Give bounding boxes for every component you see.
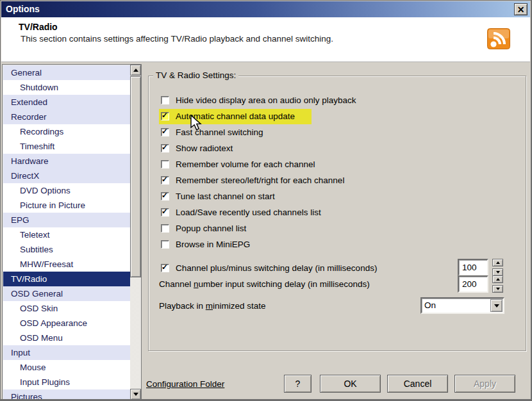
- nav-item[interactable]: MHW/Freesat: [3, 257, 130, 272]
- checkbox-row: Automatic channel data update: [149, 108, 526, 124]
- broadcast-icon: [487, 28, 510, 49]
- nav-item[interactable]: Shutdown: [3, 80, 130, 95]
- checkbox-row: Show radiotext: [149, 140, 526, 156]
- nav-item[interactable]: Recorder: [3, 110, 130, 124]
- checkbox-label: Remember volume for each channel: [176, 160, 315, 169]
- triangle-down-icon: [133, 393, 138, 396]
- configuration-folder-link[interactable]: Configuration Folder: [146, 379, 224, 389]
- window-title: Options: [6, 4, 40, 14]
- nav-item[interactable]: Hardware: [3, 154, 130, 168]
- checkbox-row: Remember stereo/left/right for each chan…: [149, 172, 526, 188]
- nav-item[interactable]: Teletext: [3, 227, 130, 242]
- nav-item[interactable]: Subtitles: [3, 242, 130, 257]
- checkbox-label: Browse in MiniEPG: [176, 240, 250, 249]
- checkbox-label: Load/Save recently used channels list: [176, 208, 321, 217]
- tv-radio-settings-group: TV & Radio Settings: Hide video display …: [148, 76, 526, 351]
- scrollbar-thumb[interactable]: [130, 76, 141, 277]
- scroll-down-button[interactable]: [130, 389, 141, 400]
- playback-minimized-label: Playback in minimized state: [159, 301, 266, 311]
- plus-minus-delay-spinner: [492, 259, 503, 276]
- plus-minus-delay-label: Channel plus/minus switching delay (in m…: [176, 263, 377, 273]
- checkbox-label: Popup channel list: [176, 224, 246, 233]
- nav-item[interactable]: DirectX: [3, 168, 130, 183]
- checkbox-label: Remember stereo/left/right for each chan…: [176, 176, 344, 185]
- nav-item[interactable]: Input Plugins: [3, 375, 130, 389]
- checkbox-label: Tune last channel on start: [176, 192, 275, 201]
- nav-item[interactable]: EPG: [3, 213, 130, 227]
- checkbox-row: Tune last channel on start: [149, 188, 526, 204]
- nav-item-label: Subtitles: [20, 245, 53, 254]
- checkbox-label: Fast channel switching: [176, 127, 263, 137]
- spin-up-button[interactable]: [492, 259, 503, 266]
- checkbox[interactable]: [161, 176, 169, 184]
- nav-item[interactable]: Mouse: [3, 360, 130, 375]
- plus-minus-delay-row: Channel plus/minus switching delay (in m…: [149, 259, 377, 276]
- checkbox-row: Load/Save recently used channels list: [149, 204, 526, 220]
- number-delay-input[interactable]: 200: [458, 275, 488, 293]
- nav-item[interactable]: OSD General: [3, 286, 130, 301]
- scroll-up-button[interactable]: [130, 65, 141, 76]
- nav-item[interactable]: Recordings: [3, 124, 130, 139]
- checkbox[interactable]: [161, 144, 169, 152]
- nav-item[interactable]: Picture in Picture: [3, 198, 130, 213]
- checkbox[interactable]: [161, 160, 169, 168]
- nav-item-label: TV/Radio: [11, 274, 47, 284]
- checkbox-label: Show radiotext: [176, 143, 233, 153]
- dropdown-value: On: [424, 300, 436, 310]
- page-header: TV/Radio This section contains settings …: [1, 17, 530, 62]
- playback-minimized-dropdown[interactable]: On: [420, 297, 504, 314]
- dropdown-arrow-button[interactable]: [490, 299, 503, 312]
- nav-item[interactable]: Input: [3, 345, 130, 360]
- nav-scrollbar[interactable]: [130, 65, 141, 400]
- close-button[interactable]: ✕: [514, 3, 528, 15]
- nav-item-label: Input: [11, 348, 30, 357]
- nav-item-label: OSD Skin: [20, 304, 58, 313]
- nav-item-label: OSD Appearance: [20, 318, 87, 328]
- plus-minus-delay-checkbox[interactable]: [161, 264, 169, 272]
- label-text: umber input switching delay (in millisec…: [199, 279, 370, 289]
- checkbox[interactable]: [161, 128, 169, 136]
- nav-item-label: OSD General: [11, 289, 63, 299]
- nav-item-label: Hardware: [11, 156, 49, 166]
- checkbox[interactable]: [161, 208, 169, 217]
- checkbox[interactable]: [161, 96, 169, 104]
- help-button[interactable]: ?: [284, 375, 312, 393]
- triangle-down-icon: [496, 271, 500, 274]
- plus-minus-delay-input[interactable]: 100: [458, 259, 488, 276]
- nav-item[interactable]: OSD Menu: [3, 331, 130, 345]
- checkbox-row: Browse in MiniEPG: [149, 236, 526, 252]
- nav-item[interactable]: General: [3, 65, 130, 80]
- checkbox-row: Hide video display area on audio only pl…: [149, 92, 526, 108]
- nav-item[interactable]: DVD Options: [3, 183, 130, 198]
- nav-item[interactable]: Pictures: [3, 389, 130, 400]
- triangle-up-icon: [133, 69, 138, 72]
- checkbox-rows: Hide video display area on audio only pl…: [149, 92, 526, 252]
- nav-item-label: EPG: [11, 215, 29, 225]
- nav-item[interactable]: Extended: [3, 95, 130, 110]
- nav-item[interactable]: OSD Appearance: [3, 316, 130, 331]
- spin-up-button[interactable]: [492, 275, 503, 283]
- mouse-cursor-icon: [190, 115, 204, 133]
- ok-button[interactable]: OK: [320, 375, 381, 393]
- nav-item-label: DirectX: [11, 171, 39, 181]
- checkbox-label: Hide video display area on audio only pl…: [176, 95, 356, 105]
- checkbox[interactable]: [161, 240, 169, 249]
- nav-item[interactable]: Timeshift: [3, 139, 130, 154]
- checkbox[interactable]: [161, 224, 169, 233]
- page-title: TV/Radio: [19, 22, 58, 32]
- cancel-button[interactable]: Cancel: [387, 375, 448, 393]
- options-dialog: Options ✕ TV/Radio This section contains…: [0, 0, 532, 401]
- checkbox[interactable]: [161, 192, 169, 201]
- nav-item[interactable]: TV/Radio: [3, 272, 130, 286]
- nav-item[interactable]: OSD Skin: [3, 301, 130, 316]
- spin-down-button[interactable]: [492, 285, 503, 293]
- close-icon: ✕: [517, 4, 525, 15]
- nav-item-label: General: [11, 68, 42, 78]
- nav-item-label: Shutdown: [20, 83, 58, 92]
- nav-item-label: OSD Menu: [20, 333, 63, 343]
- title-bar[interactable]: Options ✕: [1, 1, 530, 17]
- triangle-up-icon: [496, 261, 500, 264]
- label-accelerator: n: [194, 279, 199, 289]
- checkbox[interactable]: [161, 112, 169, 120]
- number-delay-label: Channel number input switching delay (in…: [159, 279, 370, 289]
